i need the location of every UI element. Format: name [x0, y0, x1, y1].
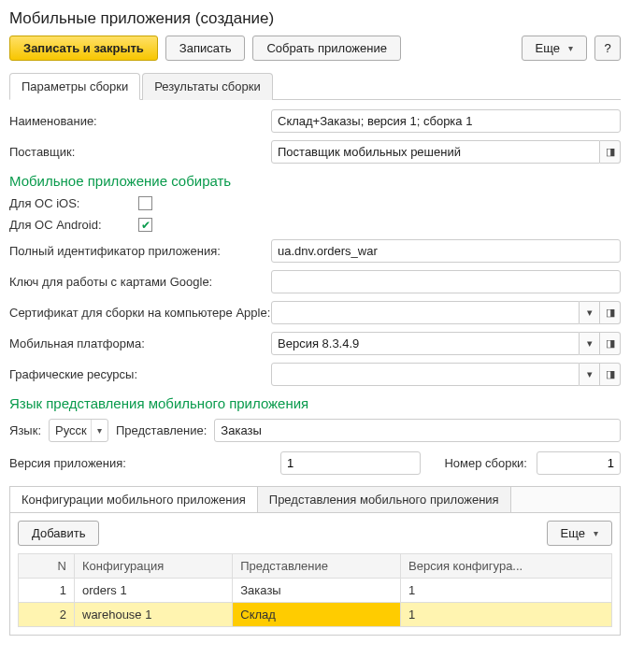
cell-config: orders 1: [75, 579, 233, 603]
ios-checkbox[interactable]: [138, 196, 152, 210]
repr-input[interactable]: [214, 419, 621, 442]
tab-build-results[interactable]: Результаты сборки: [142, 73, 272, 100]
chevron-down-icon[interactable]: ▾: [91, 420, 107, 441]
table-row[interactable]: 1 orders 1 Заказы 1: [19, 579, 612, 603]
lang-section-header: Язык представления мобильного приложения: [9, 395, 621, 411]
more-button-label: Еще: [536, 41, 560, 55]
inner-more-button[interactable]: Еще: [547, 521, 612, 546]
cell-n: 1: [19, 579, 75, 603]
buildno-label: Номер сборки:: [444, 456, 527, 470]
cell-config: warehouse 1: [75, 603, 233, 627]
graphics-input[interactable]: [271, 363, 580, 386]
cell-n: 2: [19, 603, 75, 627]
android-checkbox[interactable]: [138, 218, 152, 232]
version-input[interactable]: [280, 451, 421, 475]
cell-ver: 1: [401, 603, 612, 627]
chevron-down-icon[interactable]: ▾: [580, 332, 600, 355]
name-label: Наименование:: [9, 114, 271, 128]
tab-build-params[interactable]: Параметры сборки: [9, 73, 140, 100]
table-row[interactable]: 2 warehouse 1 Склад 1: [19, 603, 612, 627]
more-button[interactable]: Еще: [522, 36, 587, 61]
tab-representations[interactable]: Представления мобильного приложения: [258, 487, 511, 512]
android-label: Для ОС Android:: [9, 218, 138, 232]
col-n[interactable]: N: [19, 554, 75, 579]
lang-label: Язык:: [9, 423, 41, 437]
open-icon[interactable]: ◨: [600, 332, 621, 355]
add-button[interactable]: Добавить: [18, 521, 99, 546]
applecert-label: Сертификат для сборки на компьютере Appl…: [9, 306, 271, 320]
open-icon[interactable]: ◨: [600, 301, 621, 324]
buildno-input[interactable]: [537, 451, 621, 475]
applecert-input[interactable]: [271, 301, 580, 324]
main-toolbar: Записать и закрыть Записать Собрать прил…: [9, 36, 621, 61]
repr-label: Представление:: [116, 423, 207, 437]
lang-value: Русск: [50, 420, 91, 441]
appid-input[interactable]: [271, 239, 621, 263]
build-section-header: Мобильное приложение собирать: [9, 173, 621, 189]
name-input[interactable]: [271, 109, 621, 133]
chevron-down-icon[interactable]: ▾: [580, 363, 600, 386]
platform-input[interactable]: [271, 332, 580, 355]
configs-table: N Конфигурация Представление Версия конф…: [18, 553, 612, 627]
platform-label: Мобильная платформа:: [9, 336, 271, 350]
version-label: Версия приложения:: [9, 456, 271, 470]
configs-panel: Конфигурации мобильного приложения Предс…: [9, 486, 621, 636]
chevron-down-icon[interactable]: ▾: [580, 301, 600, 324]
build-app-button[interactable]: Собрать приложение: [252, 36, 401, 61]
open-icon[interactable]: ◨: [600, 363, 621, 386]
cell-ver: 1: [401, 579, 612, 603]
graphics-label: Графические ресурсы:: [9, 367, 271, 381]
gkey-label: Ключ для работы с картами Google:: [9, 275, 271, 289]
ios-label: Для ОС iOS:: [9, 196, 138, 210]
save-close-button[interactable]: Записать и закрыть: [9, 36, 158, 61]
vendor-input[interactable]: [271, 140, 600, 164]
col-ver[interactable]: Версия конфигура...: [401, 554, 612, 579]
cell-repr: Заказы: [233, 579, 401, 603]
open-icon[interactable]: ◨: [600, 140, 621, 164]
appid-label: Полный идентификатор приложения:: [9, 244, 271, 258]
help-button[interactable]: ?: [594, 36, 621, 61]
page-title: Мобильные приложения (создание): [9, 9, 621, 28]
inner-more-label: Еще: [561, 526, 585, 540]
main-tabs: Параметры сборки Результаты сборки: [9, 72, 621, 100]
save-button[interactable]: Записать: [165, 36, 246, 61]
cell-repr: Склад: [233, 603, 401, 627]
col-config[interactable]: Конфигурация: [75, 554, 233, 579]
tab-configs[interactable]: Конфигурации мобильного приложения: [10, 487, 258, 512]
vendor-label: Поставщик:: [9, 145, 271, 159]
gkey-input[interactable]: [271, 270, 621, 293]
form-area: Наименование: Поставщик: ◨ Мобильное при…: [9, 100, 621, 645]
col-repr[interactable]: Представление: [233, 554, 401, 579]
lang-select[interactable]: Русск ▾: [49, 419, 108, 442]
